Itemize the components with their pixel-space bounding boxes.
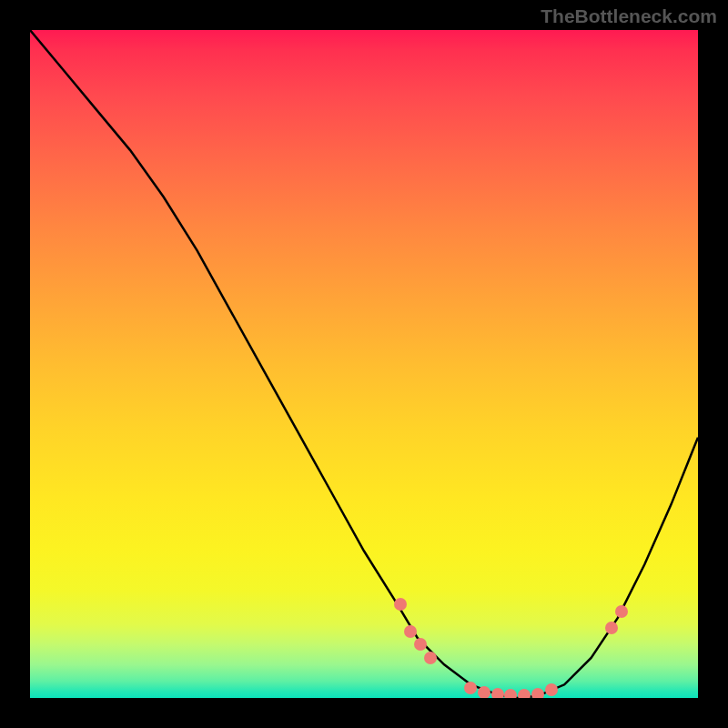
marker-dot	[504, 689, 517, 698]
marker-dot	[545, 683, 558, 696]
marker-dot	[531, 688, 544, 698]
marker-dot	[464, 682, 477, 694]
marker-dot	[424, 652, 437, 664]
plot-area	[30, 30, 698, 698]
marker-dot	[404, 625, 417, 638]
marker-dot	[414, 638, 427, 651]
marker-dot	[478, 686, 490, 698]
marker-dot	[518, 689, 531, 698]
marker-dots-layer	[30, 30, 698, 698]
marker-dot	[491, 688, 504, 698]
marker-dot	[394, 598, 407, 611]
marker-dot	[605, 622, 618, 634]
marker-dot	[615, 605, 628, 618]
watermark-text: TheBottleneck.com	[541, 5, 717, 27]
